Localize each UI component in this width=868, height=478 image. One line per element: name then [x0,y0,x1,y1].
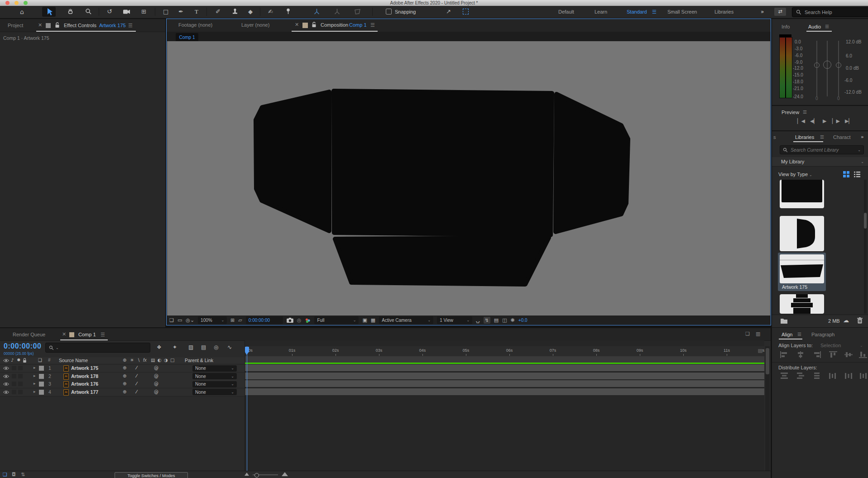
list-view-icon[interactable] [854,171,860,177]
transfer-modes-icon[interactable]: ◘ [12,472,16,478]
work-area-bar[interactable] [245,356,764,363]
expander-icon[interactable]: ▸ [34,381,36,386]
playhead-line[interactable] [247,346,247,471]
exposure-icon[interactable]: ❋ [511,317,515,323]
tab-footage[interactable]: Footage (none) [178,22,212,28]
region-of-interest-icon[interactable]: ▱ [238,317,242,323]
snapshot-icon[interactable] [287,318,293,323]
trash-icon[interactable] [857,317,863,324]
align-bottom-icon[interactable] [859,351,867,358]
help-search-input[interactable]: Search Help [792,7,868,17]
workspace-small-screen[interactable]: Small Screen [667,9,697,14]
local-axis-mode-icon[interactable] [313,8,320,15]
home-icon[interactable]: ⌂ [20,8,24,15]
collapse-switch-icon[interactable]: ⊕ [123,365,126,370]
workspace-standard[interactable]: Standard [627,9,647,14]
library-search-input[interactable]: Search Current Library ⌄ [780,145,864,154]
rotate-tool[interactable]: ↺ [107,8,112,15]
library-item-thumbnail[interactable] [780,294,824,314]
expander-icon[interactable]: ▸ [34,373,36,378]
collapse-switch-icon[interactable]: ⊕ [123,373,126,378]
distribute-right-icon[interactable] [859,373,867,379]
panel-menu-icon[interactable]: ☰ [370,22,375,28]
region-of-interest-icon[interactable] [463,9,469,14]
workspace-overflow-icon[interactable]: » [761,9,764,15]
always-preview-icon[interactable]: ❏ [169,317,174,323]
hand-tool[interactable] [67,8,74,15]
layer-duration-bar[interactable] [245,373,764,380]
library-item-thumbnail[interactable] [780,216,824,251]
show-snapshot-icon[interactable]: ◎ [297,317,302,323]
layer-label-swatch[interactable] [39,374,44,379]
parent-link-column[interactable]: Parent & Link [185,358,213,363]
quality-switch-icon[interactable]: ∕ [136,365,137,370]
folder-icon[interactable] [781,318,787,324]
clone-stamp-tool[interactable] [232,8,238,14]
align-top-icon[interactable] [829,351,837,358]
brush-tool[interactable]: ✐ [216,8,221,15]
draft-3d-icon[interactable]: ✦ [173,344,177,350]
layer-row[interactable]: ▸ 4 Ai Artwork 177 ⊕ ∕ @ None⌄ [0,388,245,397]
grid-guides-icon[interactable]: ⊞ [230,317,235,323]
layer-label-swatch[interactable] [39,382,44,387]
fast-previews-icon[interactable]: ▣ [362,317,367,323]
tab-project[interactable]: Project [8,23,23,28]
parent-pickwhip-icon[interactable]: @ [154,381,158,386]
align-left-icon[interactable] [780,351,788,358]
preview-title[interactable]: Preview [782,110,799,115]
tab-align[interactable]: Align [782,332,792,337]
tab-layer[interactable]: Layer (none) [241,22,269,28]
play-icon[interactable]: ▶ [823,118,826,124]
view-axis-mode-icon[interactable] [354,8,361,15]
eye-icon[interactable] [3,390,9,394]
view-layout-dropdown[interactable]: 1 View⌄ [437,316,472,324]
selection-tool[interactable] [42,7,56,17]
parent-dropdown[interactable]: None⌄ [192,373,237,379]
tab-composition-name[interactable]: Comp 1 [349,22,367,28]
pen-tool[interactable]: ✒ [178,8,183,15]
graph-editor-icon[interactable]: ∿ [227,344,232,350]
pixel-aspect-icon[interactable]: ⍽ [476,317,480,323]
zoom-in-mountain-icon[interactable] [282,472,288,476]
close-icon[interactable]: ✕ [62,331,66,337]
eye-icon[interactable] [3,374,9,378]
unlock-icon[interactable] [55,22,60,28]
viewer-timecode[interactable]: 0:00:00:00 [246,316,283,324]
layer-duration-bar[interactable] [245,364,764,372]
panel-menu-icon[interactable]: ☰ [128,23,133,29]
close-icon[interactable]: ✕ [38,22,42,28]
parent-pickwhip-icon[interactable]: @ [154,373,158,378]
shape-edit-icon[interactable]: ↗ [446,8,451,15]
workspace-settings-icon[interactable]: ⇄ [774,8,786,16]
collapse-switch-icon[interactable]: ⊕ [123,389,126,394]
expander-icon[interactable]: ▸ [34,389,36,394]
comp-chip[interactable]: Comp 1 [176,33,198,41]
collapse-switch-icon[interactable]: ⊕ [123,381,126,386]
parent-dropdown[interactable]: None⌄ [192,365,237,372]
timeline-button-icon[interactable]: ▤ [494,317,499,323]
tab-effect-controls[interactable]: Effect Controls [64,23,96,28]
world-axis-mode-icon[interactable] [334,8,340,15]
panel-overflow-icon[interactable]: » [861,134,864,140]
cloud-sync-icon[interactable]: ☁ [843,317,849,324]
parent-dropdown[interactable]: None⌄ [192,381,237,387]
layer-row[interactable]: ▸ 3 Ai Artwork 176 ⊕ ∕ @ None⌄ [0,380,245,388]
workspace-default[interactable]: Default [558,9,574,14]
timeline-option-icon[interactable]: ▥ [756,331,760,337]
eye-icon[interactable] [3,366,9,370]
close-icon[interactable]: ✕ [295,22,299,28]
tab-character[interactable]: Charact [833,134,851,140]
distribute-h-center-icon[interactable] [844,373,853,379]
distribute-v-center-icon[interactable] [796,373,805,379]
layer-label-swatch[interactable] [39,366,44,371]
puppet-pin-tool[interactable] [285,8,291,14]
audio-level-left-knob[interactable] [814,62,820,68]
zoom-out-mountain-icon[interactable] [245,473,249,476]
eye-icon[interactable] [3,382,9,386]
camera-tool[interactable] [123,9,130,14]
panel-menu-icon[interactable]: ☰ [797,332,801,337]
parent-pickwhip-icon[interactable]: @ [154,389,158,394]
shy-layers-icon[interactable]: ▨ [188,344,193,350]
layer-row[interactable]: ▸ 2 Ai Artwork 178 ⊕ ∕ @ None⌄ [0,373,245,381]
library-select-dropdown[interactable]: My Library ⌄ [772,157,868,167]
